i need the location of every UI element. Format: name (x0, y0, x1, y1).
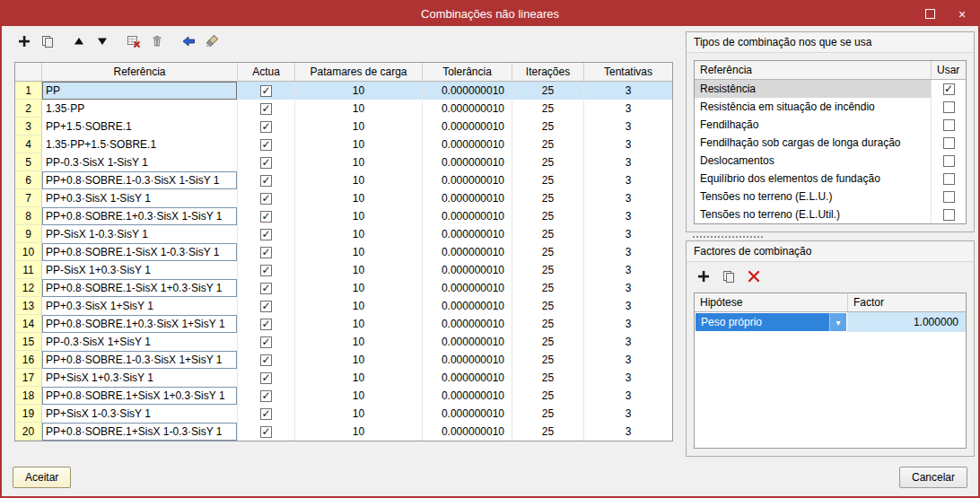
reference-cell[interactable]: PP-0.3·SisX 1-SisY 1 (42, 153, 238, 171)
actua-checkbox[interactable] (260, 157, 272, 169)
iterations-cell[interactable]: 25 (512, 369, 584, 387)
row-number[interactable]: 4 (15, 135, 42, 153)
reference-cell[interactable]: PP+1.5·SOBRE.1 (42, 118, 238, 135)
actua-checkbox[interactable] (260, 301, 272, 312)
column-header-referencia[interactable]: Referência (695, 61, 932, 79)
actua-checkbox[interactable] (260, 408, 272, 420)
table-row[interactable]: 18PP+0.8·SOBRE.1+SisX 1+0.3·SisY 1100.00… (15, 387, 672, 405)
load-steps-cell[interactable]: 10 (295, 387, 423, 405)
attempts-cell[interactable]: 3 (584, 189, 672, 207)
column-header[interactable]: Patamares de carga (295, 63, 423, 81)
tolerance-cell[interactable]: 0.000000010 (423, 423, 512, 441)
load-steps-cell[interactable]: 10 (295, 297, 423, 315)
load-steps-cell[interactable]: 10 (295, 333, 423, 351)
column-header[interactable]: Actua (238, 63, 295, 81)
actua-cell[interactable] (238, 171, 295, 189)
actua-cell[interactable] (238, 207, 295, 225)
iterations-cell[interactable]: 25 (512, 423, 584, 441)
table-row[interactable]: 17PP+SisX 1+0.3·SisY 1100.000000010253 (15, 369, 672, 387)
column-header[interactable]: Tolerância (423, 63, 512, 81)
actua-cell[interactable] (238, 189, 295, 207)
tolerance-cell[interactable]: 0.000000010 (423, 369, 512, 387)
reference-cell[interactable]: PP+0.3·SisX 1-SisY 1 (42, 189, 238, 207)
iterations-cell[interactable]: 25 (512, 297, 584, 315)
iterations-cell[interactable]: 25 (512, 243, 584, 261)
add-icon[interactable] (694, 266, 713, 286)
load-steps-cell[interactable]: 10 (295, 118, 423, 135)
actua-cell[interactable] (238, 118, 295, 135)
actua-checkbox[interactable] (260, 265, 272, 276)
table-row[interactable]: 9PP-SisX 1-0.3·SisY 1100.000000010253 (15, 225, 672, 243)
actua-checkbox[interactable] (260, 121, 272, 133)
iterations-cell[interactable]: 25 (512, 207, 584, 225)
attempts-cell[interactable]: 3 (584, 423, 672, 441)
tolerance-cell[interactable]: 0.000000010 (423, 279, 512, 297)
combination-type-row[interactable]: Equilíbrio dos elementos de fundação (695, 170, 966, 188)
actua-cell[interactable] (238, 405, 295, 423)
attempts-cell[interactable]: 3 (584, 351, 672, 369)
table-row[interactable]: 20PP+0.8·SOBRE.1+SisX 1-0.3·SisY 1100.00… (15, 423, 672, 441)
usar-checkbox[interactable] (943, 191, 955, 203)
table-row[interactable]: 19PP+SisX 1-0.3·SisY 1100.000000010253 (15, 405, 672, 423)
chevron-down-icon[interactable]: ▾ (829, 313, 846, 331)
iterations-cell[interactable]: 25 (512, 351, 584, 369)
reference-cell[interactable]: PP (42, 82, 238, 100)
row-number[interactable]: 6 (15, 171, 42, 189)
tolerance-cell[interactable]: 0.000000010 (423, 171, 512, 189)
combination-type-row[interactable]: Fendilhação (695, 116, 966, 134)
actua-cell[interactable] (238, 297, 295, 315)
reference-cell[interactable]: PP+0.8·SOBRE.1-0.3·SisX 1+SisY 1 (42, 351, 238, 369)
attempts-cell[interactable]: 3 (584, 261, 672, 279)
delete-icon[interactable] (744, 266, 764, 286)
move-up-icon[interactable] (69, 31, 89, 51)
cancel-button[interactable]: Cancelar (899, 467, 967, 488)
table-row[interactable]: 3PP+1.5·SOBRE.1100.000000010253 (15, 118, 672, 135)
attempts-cell[interactable]: 3 (584, 118, 672, 135)
combination-type-row[interactable]: Tensões no terreno (E.L.Util.) (695, 205, 966, 223)
usar-checkbox[interactable] (943, 209, 955, 221)
usar-cell[interactable] (932, 188, 966, 205)
tolerance-cell[interactable]: 0.000000010 (423, 315, 512, 333)
column-header[interactable]: Tentativas (584, 63, 672, 81)
reference-cell[interactable]: PP-SisX 1-0.3·SisY 1 (42, 225, 238, 243)
usar-checkbox[interactable] (943, 119, 955, 131)
load-steps-cell[interactable]: 10 (295, 315, 423, 333)
tolerance-cell[interactable]: 0.000000010 (423, 387, 512, 405)
tolerance-cell[interactable]: 0.000000010 (423, 118, 512, 135)
iterations-cell[interactable]: 25 (512, 261, 584, 279)
actua-checkbox[interactable] (260, 175, 272, 187)
column-header-hipotese[interactable]: Hipótese (695, 293, 848, 311)
factor-row[interactable]: Peso próprio▾1.000000 (695, 312, 966, 332)
actua-cell[interactable] (238, 333, 295, 351)
load-steps-cell[interactable]: 10 (295, 153, 423, 171)
attempts-cell[interactable]: 3 (584, 297, 672, 315)
iterations-cell[interactable]: 25 (512, 279, 584, 297)
move-down-icon[interactable] (92, 31, 112, 51)
table-row[interactable]: 6PP+0.8·SOBRE.1-0.3·SisX 1-SisY 1100.000… (15, 171, 672, 189)
combination-type-row[interactable]: Resistência em situação de incêndio (695, 98, 966, 116)
table-row[interactable]: 15PP-0.3·SisX 1+SisY 1100.000000010253 (15, 333, 672, 351)
attempts-cell[interactable]: 3 (584, 369, 672, 387)
copy-icon[interactable] (38, 31, 57, 51)
table-row[interactable]: 41.35·PP+1.5·SOBRE.1100.000000010253 (15, 135, 672, 153)
reference-cell[interactable]: PP+0.8·SOBRE.1+0.3·SisX 1+SisY 1 (42, 315, 238, 333)
reference-cell[interactable]: PP+0.8·SOBRE.1-SisX 1+0.3·SisY 1 (42, 279, 238, 297)
close-button[interactable]: × (946, 2, 978, 26)
tolerance-cell[interactable]: 0.000000010 (423, 333, 512, 351)
iterations-cell[interactable]: 25 (512, 118, 584, 135)
row-number[interactable]: 9 (15, 225, 42, 243)
type-label[interactable]: Equilíbrio dos elementos de fundação (695, 170, 932, 188)
attempts-cell[interactable]: 3 (584, 171, 672, 189)
load-steps-cell[interactable]: 10 (295, 135, 423, 153)
row-number[interactable]: 10 (15, 243, 42, 261)
row-number[interactable]: 5 (15, 153, 42, 171)
tolerance-cell[interactable]: 0.000000010 (423, 153, 512, 171)
iterations-cell[interactable]: 25 (512, 405, 584, 423)
actua-cell[interactable] (238, 153, 295, 171)
column-header[interactable]: Iterações (512, 63, 584, 81)
type-label[interactable]: Fendilhação (695, 116, 932, 134)
actua-checkbox[interactable] (260, 336, 272, 348)
actua-checkbox[interactable] (260, 426, 272, 438)
load-steps-cell[interactable]: 10 (295, 225, 423, 243)
iterations-cell[interactable]: 25 (512, 100, 584, 118)
